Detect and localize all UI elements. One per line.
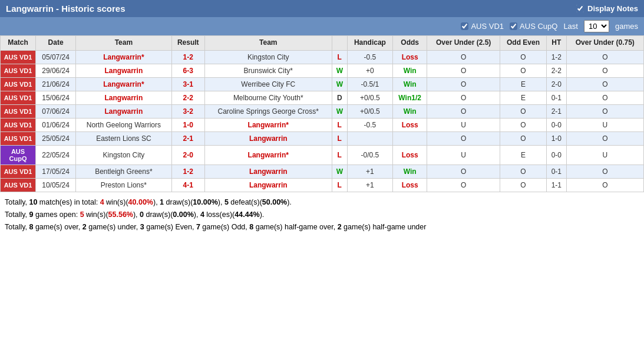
table-row: AUS VD105/07/24Langwarrin*1-2Kingston Ci… — [1, 50, 644, 64]
match-score: 1-2 — [171, 165, 204, 178]
aus-vd1-filter[interactable]: AUS VD1 — [461, 22, 504, 31]
over-under-075: U — [566, 118, 643, 131]
over-under-075: U — [566, 145, 643, 165]
odd-even: O — [500, 104, 546, 118]
aus-vd1-label: AUS VD1 — [471, 22, 504, 31]
odd-even: E — [500, 91, 546, 104]
col-handicap: Handicap — [347, 36, 392, 51]
col-odd-even: Odd Even — [500, 36, 546, 51]
match-date: 22/05/24 — [36, 145, 76, 165]
ht-score: 1-0 — [547, 131, 567, 145]
league-badge: AUS VD1 — [1, 91, 36, 104]
league-badge: AUS VD1 — [1, 131, 36, 145]
ht-score: 2-0 — [547, 77, 567, 91]
aus-cupq-label: AUS CupQ — [520, 22, 557, 31]
match-date: 21/06/24 — [36, 77, 76, 91]
over-under-25: O — [427, 77, 500, 91]
over-under-075: O — [566, 77, 643, 91]
match-date: 17/05/24 — [36, 165, 76, 178]
team2-name: Caroline Springs George Cross* — [204, 104, 332, 118]
odds-result: Loss — [392, 118, 427, 131]
display-notes-label: Display Notes — [587, 4, 638, 13]
summary-line1: Totally, 10 match(es) in total: 4 win(s)… — [5, 196, 639, 208]
over-under-075: O — [566, 50, 643, 64]
odds-result: Win1/2 — [392, 91, 427, 104]
team2-name: Melbourne City Youth* — [204, 91, 332, 104]
col-over-under-25: Over Under (2.5) — [427, 36, 500, 51]
col-match: Match — [1, 36, 36, 51]
match-result-wd: W — [332, 165, 347, 178]
odd-even: O — [500, 50, 546, 64]
table-row: AUS VD129/06/24Langwarrin6-3Brunswick Ci… — [1, 64, 644, 77]
display-notes-checkbox[interactable] — [576, 5, 584, 12]
league-badge: AUS VD1 — [1, 50, 36, 64]
match-result-wd: L — [332, 131, 347, 145]
handicap-value — [347, 131, 392, 145]
team2-name: Werribee City FC — [204, 77, 332, 91]
aus-cupq-filter[interactable]: AUS CupQ — [510, 22, 557, 31]
handicap-value: -0.5 — [347, 50, 392, 64]
team1-name: North Geelong Warriors — [76, 118, 171, 131]
odds-result: Loss — [392, 50, 427, 64]
team2-name: Langwarrin — [204, 178, 332, 192]
match-result-wd: W — [332, 64, 347, 77]
summary-section: Totally, 10 match(es) in total: 4 win(s)… — [0, 192, 644, 237]
ht-score: 2-1 — [547, 104, 567, 118]
over-under-25: O — [427, 64, 500, 77]
odd-even: E — [500, 77, 546, 91]
team1-name: Preston Lions* — [76, 178, 171, 192]
col-over-under-075: Over Under (0.75) — [566, 36, 643, 51]
odd-even: O — [500, 64, 546, 77]
table-row: AUS VD107/06/24Langwarrin3-2Caroline Spr… — [1, 104, 644, 118]
col-ht: HT — [547, 36, 567, 51]
match-result-wd: L — [332, 145, 347, 165]
over-under-075: O — [566, 64, 643, 77]
last-label: Last — [563, 22, 578, 31]
games-select[interactable]: 5 10 15 20 25 30 all — [584, 20, 609, 32]
over-under-25: O — [427, 91, 500, 104]
odd-even: O — [500, 131, 546, 145]
odd-even: O — [500, 165, 546, 178]
handicap-value: +0/0.5 — [347, 104, 392, 118]
match-date: 01/06/24 — [36, 118, 76, 131]
table-header-row: Match Date Team Result Team Handicap Odd… — [1, 36, 644, 51]
scores-table: Match Date Team Result Team Handicap Odd… — [0, 35, 644, 192]
odds-result: Loss — [392, 145, 427, 165]
aus-cupq-checkbox[interactable] — [510, 22, 517, 30]
header-right: Display Notes — [576, 4, 638, 13]
match-date: 05/07/24 — [36, 50, 76, 64]
ht-score: 0-0 — [547, 118, 567, 131]
match-date: 25/05/24 — [36, 131, 76, 145]
match-result-wd: D — [332, 91, 347, 104]
ht-score: 0-0 — [547, 145, 567, 165]
table-row: AUS VD115/06/24Langwarrin2-2Melbourne Ci… — [1, 91, 644, 104]
table-row: AUS VD117/05/24Bentleigh Greens*1-2Langw… — [1, 165, 644, 178]
table-row: AUS VD110/05/24Preston Lions*4-1Langwarr… — [1, 178, 644, 192]
match-result-wd: L — [332, 118, 347, 131]
table-row: AUS CupQ22/05/24Kingston City2-0Langwarr… — [1, 145, 644, 165]
match-date: 15/06/24 — [36, 91, 76, 104]
aus-vd1-checkbox[interactable] — [461, 22, 468, 30]
ht-score: 1-2 — [547, 50, 567, 64]
table-row: AUS VD121/06/24Langwarrin*3-1Werribee Ci… — [1, 77, 644, 91]
league-badge: AUS CupQ — [1, 145, 36, 165]
team1-name: Langwarrin — [76, 64, 171, 77]
team2-name: Langwarrin* — [204, 145, 332, 165]
table-row: AUS VD101/06/24North Geelong Warriors1-0… — [1, 118, 644, 131]
team2-name: Langwarrin — [204, 131, 332, 145]
odds-result: Win — [392, 77, 427, 91]
match-score: 1-0 — [171, 118, 204, 131]
over-under-075: O — [566, 131, 643, 145]
team2-name: Brunswick City* — [204, 64, 332, 77]
match-score: 2-0 — [171, 145, 204, 165]
match-date: 07/06/24 — [36, 104, 76, 118]
team2-name: Langwarrin — [204, 165, 332, 178]
handicap-value: +1 — [347, 165, 392, 178]
team2-name: Langwarrin* — [204, 118, 332, 131]
page-title: Langwarrin - Historic scores — [6, 4, 126, 14]
over-under-075: O — [566, 178, 643, 192]
over-under-25: O — [427, 50, 500, 64]
match-score: 4-1 — [171, 178, 204, 192]
table-row: AUS VD125/05/24Eastern Lions SC2-1Langwa… — [1, 131, 644, 145]
league-badge: AUS VD1 — [1, 64, 36, 77]
